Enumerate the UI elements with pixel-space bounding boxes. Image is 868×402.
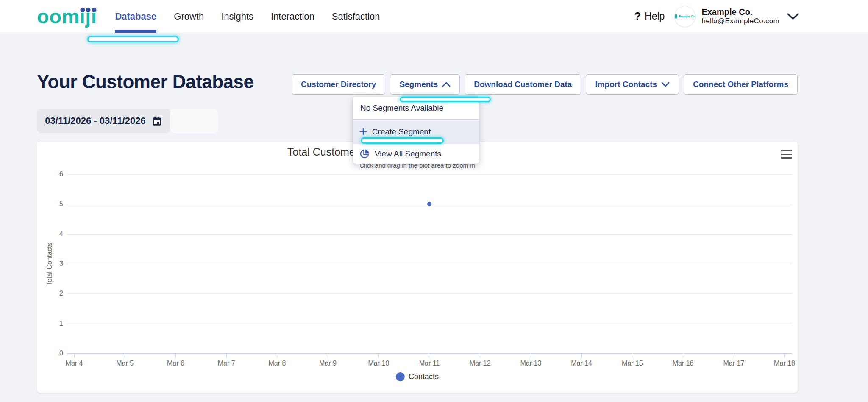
x-tick-label: Mar 17 — [710, 360, 757, 367]
x-tick — [784, 354, 785, 358]
download-customer-data-button[interactable]: Download Customer Data — [465, 74, 581, 95]
account-menu-chevron-down-icon[interactable] — [787, 13, 799, 20]
question-mark-icon: ? — [634, 10, 641, 23]
plus-icon: + — [359, 125, 367, 137]
logo-letter: j — [85, 4, 91, 29]
nav-item-database[interactable]: Database — [115, 0, 156, 33]
legend-label: Contacts — [409, 372, 439, 381]
legend-item-contacts[interactable]: Contacts — [396, 372, 439, 381]
x-tick-label: Mar 5 — [102, 360, 148, 367]
logo-letter: o — [37, 4, 49, 29]
chevron-up-icon — [442, 82, 451, 87]
x-tick-label: Mar 18 — [761, 360, 808, 367]
nav-item-satisfaction[interactable]: Satisfaction — [332, 0, 380, 33]
app-screen: oomiji Database Growth Insights Interact… — [0, 0, 868, 402]
help-label: Help — [645, 11, 665, 22]
y-tick-label: 5 — [37, 200, 63, 208]
nav-item-interaction[interactable]: Interaction — [271, 0, 314, 33]
x-tick — [734, 354, 734, 358]
header-right: ? Help Example Co. Example Co. hello@Exa… — [634, 6, 799, 27]
logo-letter: i — [91, 4, 97, 29]
x-tick-label: Mar 12 — [457, 360, 504, 367]
x-tick-label: Mar 10 — [355, 360, 402, 367]
avatar-company-text: Example Co. — [679, 15, 695, 18]
y-gridline — [67, 324, 792, 324]
y-axis-title: Total Contacts — [46, 228, 53, 300]
date-range-picker[interactable]: 03/11/2026 - 03/11/2026 — [37, 109, 170, 133]
x-tick — [125, 354, 125, 358]
legend-marker-icon — [396, 372, 405, 381]
chevron-down-icon — [661, 82, 670, 87]
segments-menu: No Segments Available + Create Segment V… — [353, 97, 479, 164]
x-tick — [531, 354, 531, 358]
avatar[interactable]: Example Co. — [674, 6, 696, 27]
x-tick-label: Mar 11 — [406, 360, 453, 367]
segments-button[interactable]: Segments — [390, 74, 460, 95]
company-logo-swirl-icon — [675, 14, 677, 19]
y-gridline — [67, 174, 792, 175]
logo-dot-icon — [92, 8, 96, 12]
date-range-value: 03/11/2026 - 03/11/2026 — [45, 115, 145, 126]
chart-point[interactable] — [427, 202, 431, 206]
x-tick — [175, 354, 176, 358]
import-contacts-button[interactable]: Import Contacts — [586, 74, 679, 95]
x-tick — [378, 354, 379, 358]
download-customer-data-label: Download Customer Data — [474, 80, 572, 89]
chart-plot-area[interactable]: 0123456Mar 4Mar 5Mar 6Mar 7Mar 8Mar 9Mar… — [37, 142, 798, 393]
x-tick — [632, 354, 632, 358]
y-tick-label: 1 — [37, 320, 63, 327]
customer-directory-label: Customer Directory — [301, 80, 376, 89]
pie-chart-icon — [359, 148, 370, 159]
x-tick-label: Mar 8 — [254, 360, 300, 367]
logo-dot-icon — [86, 8, 91, 12]
x-tick-label: Mar 6 — [152, 360, 199, 367]
x-tick-label: Mar 16 — [660, 360, 707, 367]
x-tick-label: Mar 13 — [507, 360, 554, 367]
nav-item-growth[interactable]: Growth — [174, 0, 204, 33]
x-tick — [683, 354, 683, 358]
account-info[interactable]: Example Co. hello@ExampleCo.com — [701, 7, 779, 25]
customer-directory-button[interactable]: Customer Directory — [292, 74, 385, 95]
y-gridline — [67, 293, 792, 294]
x-tick-label: Mar 14 — [558, 360, 605, 367]
view-all-segments-menu-item[interactable]: View All Segments — [353, 144, 479, 164]
chart-card: 0123456Mar 4Mar 5Mar 6Mar 7Mar 8Mar 9Mar… — [37, 142, 798, 393]
x-tick-label: Mar 7 — [203, 360, 250, 367]
y-tick-label: 0 — [37, 349, 63, 357]
page-title: Your Customer Database — [37, 72, 253, 92]
highlight-pill-segments — [400, 97, 491, 102]
connect-other-platforms-label: Connect Other Platforms — [693, 80, 788, 89]
x-tick — [226, 354, 227, 358]
top-nav: oomiji Database Growth Insights Interact… — [0, 0, 868, 33]
logo[interactable]: oomiji — [37, 4, 97, 29]
y-gridline — [67, 234, 792, 234]
chart-legend: Contacts — [37, 372, 798, 381]
highlight-pill-database — [87, 36, 179, 42]
x-tick — [328, 354, 328, 358]
y-gridline — [67, 264, 792, 264]
nav-item-insights[interactable]: Insights — [221, 0, 253, 33]
logo-letter: o — [49, 4, 61, 29]
x-tick-label: Mar 4 — [51, 360, 97, 367]
help-link[interactable]: ? Help — [634, 10, 665, 23]
chart-context-menu-button[interactable] — [781, 150, 792, 159]
x-tick-label: Mar 15 — [609, 360, 656, 367]
create-segment-label: Create Segment — [372, 127, 431, 137]
view-all-segments-label: View All Segments — [375, 149, 441, 159]
x-tick-label: Mar 9 — [305, 360, 351, 367]
account-email: hello@ExampleCo.com — [701, 17, 779, 25]
logo-letter: m — [61, 4, 79, 29]
x-tick — [581, 354, 582, 358]
segments-label: Segments — [399, 80, 438, 89]
x-tick — [480, 354, 480, 358]
calendar-icon — [151, 115, 162, 127]
connect-other-platforms-button[interactable]: Connect Other Platforms — [684, 74, 798, 95]
y-tick-label: 6 — [37, 170, 63, 178]
logo-letter: i — [80, 4, 86, 29]
toolbar: Customer Directory Segments Download Cus… — [292, 74, 798, 95]
account-name: Example Co. — [701, 7, 779, 17]
x-tick — [277, 354, 277, 358]
x-tick — [429, 354, 429, 358]
highlight-pill-create-segment — [361, 137, 444, 144]
ghost-panel — [170, 109, 218, 133]
